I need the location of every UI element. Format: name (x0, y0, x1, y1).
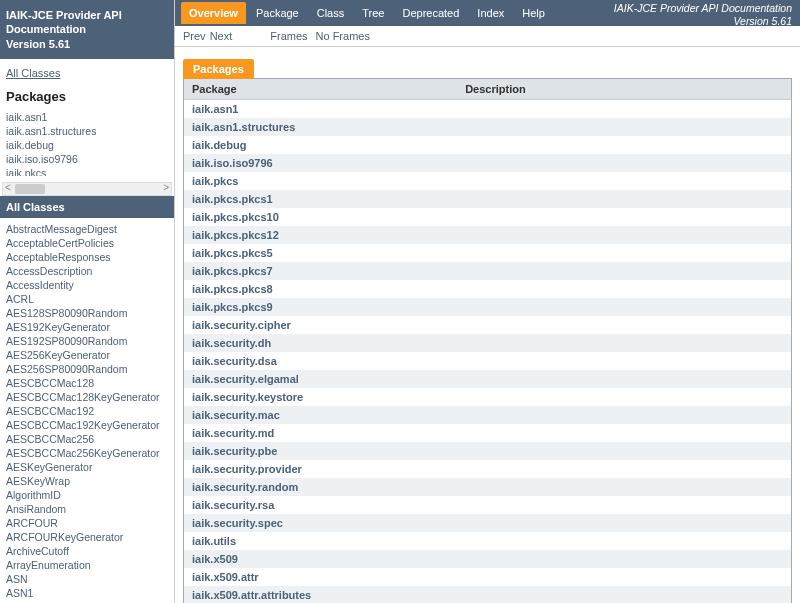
package-link[interactable]: iaik.security.keystore (192, 391, 303, 403)
sidebar-package-link[interactable]: iaik.debug (6, 138, 168, 152)
left-panel: IAIK-JCE Provider API Documentation Vers… (0, 0, 175, 603)
subnav-noframes[interactable]: No Frames (316, 30, 370, 42)
sidebar-package-link[interactable]: iaik.asn1 (6, 110, 168, 124)
sidebar-class-link[interactable]: AESCBCCMac128KeyGenerator (6, 390, 168, 404)
packages-heading: Packages (6, 85, 168, 110)
sidebar-class-link[interactable]: AESCBCCMac128 (6, 376, 168, 390)
nav-tabs: OverviewPackageClassTreeDeprecatedIndexH… (181, 2, 555, 24)
table-row: iaik.security.cipher (184, 316, 791, 334)
table-row: iaik.security.dh (184, 334, 791, 352)
table-row: iaik.x509.attr.attributes (184, 586, 791, 603)
package-link[interactable]: iaik.asn1 (192, 103, 238, 115)
tab-package[interactable]: Package (248, 2, 307, 24)
package-link[interactable]: iaik.security.md (192, 427, 274, 439)
sidebar-package-link[interactable]: iaik.asn1.structures (6, 124, 168, 138)
package-link[interactable]: iaik.debug (192, 139, 246, 151)
package-link[interactable]: iaik.security.provider (192, 463, 302, 475)
table-row: iaik.pkcs.pkcs12 (184, 226, 791, 244)
package-link[interactable]: iaik.security.dh (192, 337, 271, 349)
tab-deprecated[interactable]: Deprecated (394, 2, 467, 24)
table-row: iaik.security.dsa (184, 352, 791, 370)
sidebar-class-link[interactable]: AccessIdentity (6, 278, 168, 292)
tab-class[interactable]: Class (309, 2, 353, 24)
package-link[interactable]: iaik.security.random (192, 481, 298, 493)
top-nav: OverviewPackageClassTreeDeprecatedIndexH… (175, 0, 800, 26)
sidebar-class-link[interactable]: AES256SP80090Random (6, 362, 168, 376)
table-row: iaik.asn1.structures (184, 118, 791, 136)
package-link[interactable]: iaik.x509 (192, 553, 238, 565)
all-classes-link[interactable]: All Classes (6, 63, 168, 85)
package-link[interactable]: iaik.pkcs.pkcs12 (192, 229, 279, 241)
table-row: iaik.security.md (184, 424, 791, 442)
sidebar-class-link[interactable]: ArchiveCutoff (6, 544, 168, 558)
package-link[interactable]: iaik.utils (192, 535, 236, 547)
sidebar-class-link[interactable]: ArrayEnumeration (6, 558, 168, 572)
sidebar-class-link[interactable]: AESKeyGenerator (6, 460, 168, 474)
package-link[interactable]: iaik.security.rsa (192, 499, 274, 511)
table-row: iaik.asn1 (184, 100, 791, 119)
table-row: iaik.pkcs.pkcs7 (184, 262, 791, 280)
package-link[interactable]: iaik.asn1.structures (192, 121, 295, 133)
all-classes-bar: All Classes (0, 196, 174, 218)
package-link[interactable]: iaik.pkcs.pkcs5 (192, 247, 273, 259)
sidebar-class-link[interactable]: ASN (6, 572, 168, 586)
doc-title: IAIK-JCE Provider API Documentation (614, 2, 792, 15)
left-header: IAIK-JCE Provider API Documentation Vers… (0, 0, 174, 59)
packages-table: Package Description iaik.asn1iaik.asn1.s… (184, 79, 791, 603)
package-link[interactable]: iaik.pkcs.pkcs8 (192, 283, 273, 295)
sidebar-class-link[interactable]: AnsiRandom (6, 502, 168, 516)
tab-tree[interactable]: Tree (354, 2, 392, 24)
sidebar-class-link[interactable]: AlgorithmID (6, 488, 168, 502)
sidebar-class-link[interactable]: AcceptableResponses (6, 250, 168, 264)
sidebar-class-link[interactable]: AESCBCCMac256KeyGenerator (6, 446, 168, 460)
package-link[interactable]: iaik.security.dsa (192, 355, 277, 367)
tab-overview[interactable]: Overview (181, 2, 246, 24)
table-row: iaik.security.provider (184, 460, 791, 478)
package-link[interactable]: iaik.pkcs.pkcs10 (192, 211, 279, 223)
table-row: iaik.security.random (184, 478, 791, 496)
doc-title-block: IAIK-JCE Provider API Documentation Vers… (614, 2, 792, 27)
package-link[interactable]: iaik.x509.attr (192, 571, 259, 583)
package-link[interactable]: iaik.security.mac (192, 409, 280, 421)
package-link[interactable]: iaik.x509.attr.attributes (192, 589, 311, 601)
packages-caption: Packages (183, 59, 254, 79)
sidebar-class-link[interactable]: AES192KeyGenerator (6, 320, 168, 334)
sidebar-class-link[interactable]: AESCBCCMac192 (6, 404, 168, 418)
package-link[interactable]: iaik.pkcs.pkcs9 (192, 301, 273, 313)
main-content[interactable]: Packages Package Description iaik.asn1ia… (175, 47, 800, 603)
package-link[interactable]: iaik.pkcs.pkcs1 (192, 193, 273, 205)
table-row: iaik.security.mac (184, 406, 791, 424)
tab-index[interactable]: Index (469, 2, 512, 24)
package-link[interactable]: iaik.security.elgamal (192, 373, 299, 385)
doc-version: Version 5.61 (614, 15, 792, 28)
sidebar-class-link[interactable]: AESKeyWrap (6, 474, 168, 488)
tab-help[interactable]: Help (514, 2, 553, 24)
horizontal-scrollbar[interactable] (2, 182, 172, 196)
package-link[interactable]: iaik.security.spec (192, 517, 283, 529)
sidebar-package-link[interactable]: iaik.iso.iso9796 (6, 152, 168, 166)
package-link[interactable]: iaik.pkcs (192, 175, 238, 187)
sidebar-class-link[interactable]: ASN1 (6, 586, 168, 600)
th-description: Description (457, 79, 791, 100)
subnav-frames[interactable]: Frames (270, 30, 307, 42)
left-header-version: Version 5.61 (6, 37, 168, 51)
sidebar-class-link[interactable]: AESCBCCMac256 (6, 432, 168, 446)
sidebar-package-link[interactable]: iaik.pkcs (6, 166, 168, 176)
sidebar-class-link[interactable]: AES192SP80090Random (6, 334, 168, 348)
package-link[interactable]: iaik.iso.iso9796 (192, 157, 273, 169)
sidebar-class-link[interactable]: AcceptableCertPolicies (6, 236, 168, 250)
sidebar-class-list[interactable]: AbstractMessageDigestAcceptableCertPolic… (0, 218, 174, 603)
table-row: iaik.x509 (184, 550, 791, 568)
package-link[interactable]: iaik.pkcs.pkcs7 (192, 265, 273, 277)
sidebar-class-link[interactable]: AESCBCCMac192KeyGenerator (6, 418, 168, 432)
sidebar-class-link[interactable]: ARCFOURKeyGenerator (6, 530, 168, 544)
sidebar-class-link[interactable]: AbstractMessageDigest (6, 222, 168, 236)
sidebar-class-link[interactable]: AccessDescription (6, 264, 168, 278)
table-row: iaik.security.spec (184, 514, 791, 532)
sidebar-class-link[interactable]: ARCFOUR (6, 516, 168, 530)
sidebar-class-link[interactable]: AES128SP80090Random (6, 306, 168, 320)
sidebar-class-link[interactable]: ACRL (6, 292, 168, 306)
sidebar-class-link[interactable]: AES256KeyGenerator (6, 348, 168, 362)
package-link[interactable]: iaik.security.pbe (192, 445, 277, 457)
package-link[interactable]: iaik.security.cipher (192, 319, 291, 331)
